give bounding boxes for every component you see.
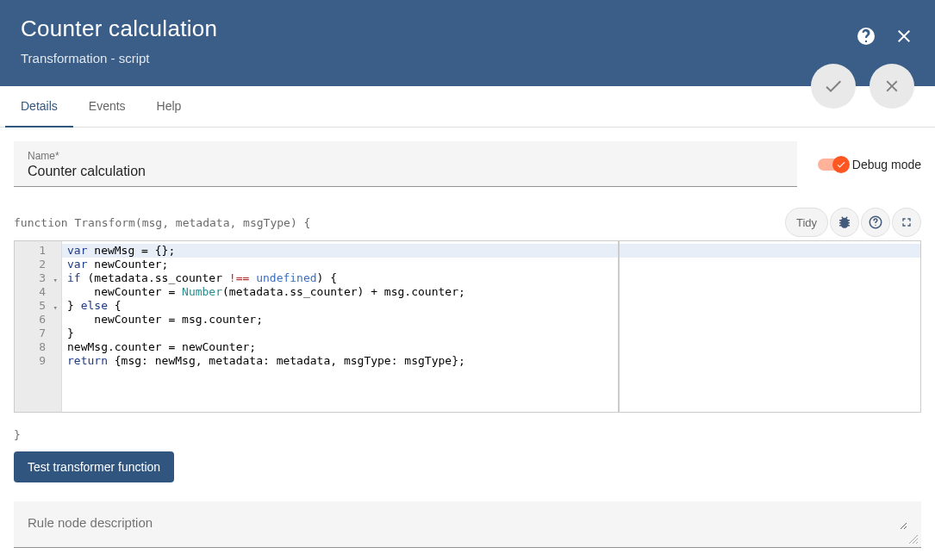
line-number: 9 xyxy=(15,354,46,368)
code-editor[interactable]: 123▾45▾6789 var newMsg = {};var newCount… xyxy=(14,240,921,413)
code-line[interactable]: return {msg: newMsg, metadata: metadata,… xyxy=(67,354,920,368)
tab-events[interactable]: Events xyxy=(73,86,141,128)
function-signature: function Transform(msg, metadata, msgTyp… xyxy=(14,216,310,229)
code-line[interactable]: } else { xyxy=(67,299,920,313)
svg-point-1 xyxy=(875,225,876,226)
tabs: Details Events Help xyxy=(0,86,935,128)
code-line[interactable]: var newCounter; xyxy=(67,258,920,271)
page-title: Counter calculation xyxy=(21,16,217,42)
apply-button[interactable] xyxy=(811,64,856,109)
closing-brace: } xyxy=(14,428,921,441)
editor-splitter[interactable] xyxy=(618,241,620,412)
help-circle-icon[interactable] xyxy=(861,208,890,237)
fold-icon[interactable]: ▾ xyxy=(53,273,58,287)
line-number: 1 xyxy=(15,244,46,258)
fullscreen-icon[interactable] xyxy=(892,208,921,237)
code-line[interactable]: newMsg.counter = newCounter; xyxy=(67,340,920,354)
line-number: 2 xyxy=(15,258,46,271)
name-label: Name* xyxy=(28,150,783,162)
code-line[interactable]: if (metadata.ss_counter !== undefined) { xyxy=(67,271,920,285)
close-icon[interactable] xyxy=(894,26,914,47)
debug-toggle[interactable] xyxy=(818,159,847,171)
debug-label: Debug mode xyxy=(852,158,921,171)
test-transformer-button[interactable]: Test transformer function xyxy=(14,451,174,482)
resize-handle-icon xyxy=(909,535,918,544)
line-number: 4 xyxy=(15,285,46,299)
tab-details[interactable]: Details xyxy=(5,86,73,128)
line-number: 3▾ xyxy=(15,271,46,285)
tidy-button[interactable]: Tidy xyxy=(785,208,828,237)
page-subtitle: Transformation - script xyxy=(21,51,217,65)
help-icon[interactable] xyxy=(856,26,876,47)
line-number: 6 xyxy=(15,313,46,327)
name-input[interactable] xyxy=(28,164,783,179)
fold-icon[interactable]: ▾ xyxy=(53,301,58,314)
cancel-button[interactable] xyxy=(870,64,914,109)
code-line[interactable]: newCounter = msg.counter; xyxy=(67,313,920,327)
line-number: 8 xyxy=(15,340,46,354)
code-line[interactable]: } xyxy=(67,327,920,340)
name-field[interactable]: Name* xyxy=(14,141,797,187)
line-number: 7 xyxy=(15,327,46,340)
code-line[interactable]: newCounter = Number(metadata.ss_counter)… xyxy=(67,285,920,299)
tab-help[interactable]: Help xyxy=(141,86,197,128)
description-input[interactable] xyxy=(28,515,907,530)
bug-icon[interactable] xyxy=(830,208,859,237)
code-line[interactable]: var newMsg = {}; xyxy=(62,244,920,258)
line-number: 5▾ xyxy=(15,299,46,313)
